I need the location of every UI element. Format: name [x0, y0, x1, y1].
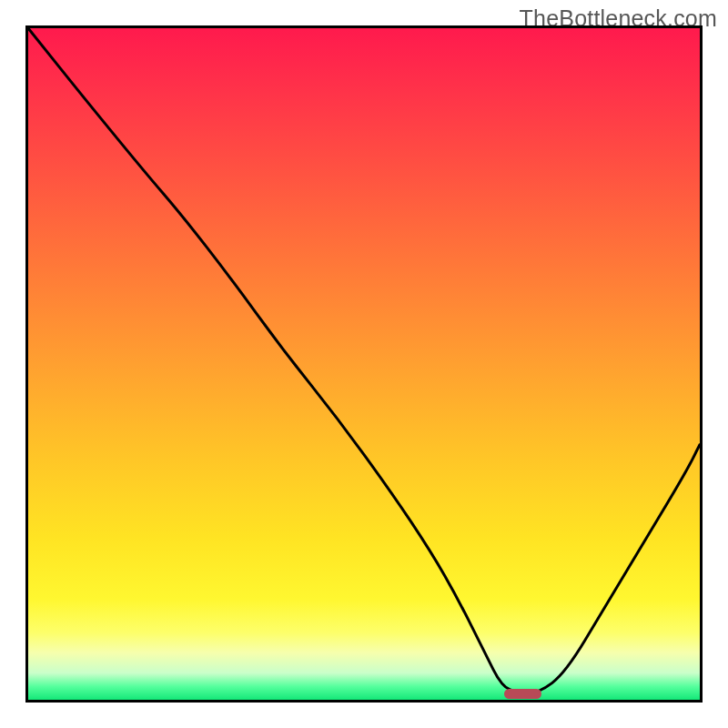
chart-canvas: TheBottleneck.com: [0, 0, 728, 728]
bottleneck-curve: [28, 28, 700, 700]
optimal-marker: [504, 689, 541, 699]
plot-area: [25, 25, 703, 703]
